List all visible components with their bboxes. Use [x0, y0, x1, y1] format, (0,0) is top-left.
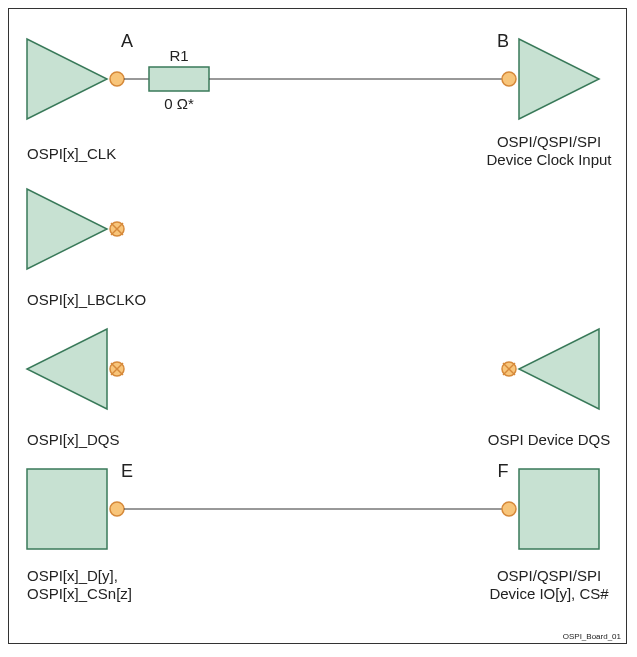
node-f-pin — [502, 502, 516, 516]
resistor-r1-name: R1 — [169, 47, 188, 64]
buffer-dqs-right — [519, 329, 599, 409]
nc-dqs-right — [502, 362, 516, 376]
label-lbclk: OSPI[x]_LBCLKO — [27, 291, 146, 308]
label-clk: OSPI[x]_CLK — [27, 145, 116, 162]
buffer-lbclk-out — [27, 189, 107, 269]
io-left-box — [27, 469, 107, 549]
node-b-label: B — [497, 31, 509, 51]
nc-lbclk — [110, 222, 124, 236]
buffer-clk-out — [27, 39, 107, 119]
node-a-pin — [110, 72, 124, 86]
resistor-r1 — [149, 67, 209, 91]
diagram-frame: A R1 0 Ω* B OSPI[x]_CLK OSPI/QSPI/SPI De… — [8, 8, 627, 644]
node-f-label: F — [498, 461, 509, 481]
io-right-box — [519, 469, 599, 549]
label-device-clk-l2: Device Clock Input — [486, 151, 612, 168]
label-device-io-l1: OSPI/QSPI/SPI — [497, 567, 601, 584]
label-data-left-l2: OSPI[x]_CSn[z] — [27, 585, 132, 602]
label-data-left-l1: OSPI[x]_D[y], — [27, 567, 118, 584]
node-a-label: A — [121, 31, 133, 51]
node-e-pin — [110, 502, 124, 516]
label-dqs-left: OSPI[x]_DQS — [27, 431, 120, 448]
buffer-dqs-left — [27, 329, 107, 409]
nc-dqs-left — [110, 362, 124, 376]
footer-label: OSPI_Board_01 — [563, 632, 622, 641]
node-b-pin — [502, 72, 516, 86]
label-dqs-right: OSPI Device DQS — [488, 431, 611, 448]
label-device-io-l2: Device IO[y], CS# — [489, 585, 609, 602]
node-e-label: E — [121, 461, 133, 481]
label-device-clk-l1: OSPI/QSPI/SPI — [497, 133, 601, 150]
diagram-svg: A R1 0 Ω* B OSPI[x]_CLK OSPI/QSPI/SPI De… — [9, 9, 628, 645]
buffer-clk-in — [519, 39, 599, 119]
resistor-r1-value: 0 Ω* — [164, 95, 194, 112]
